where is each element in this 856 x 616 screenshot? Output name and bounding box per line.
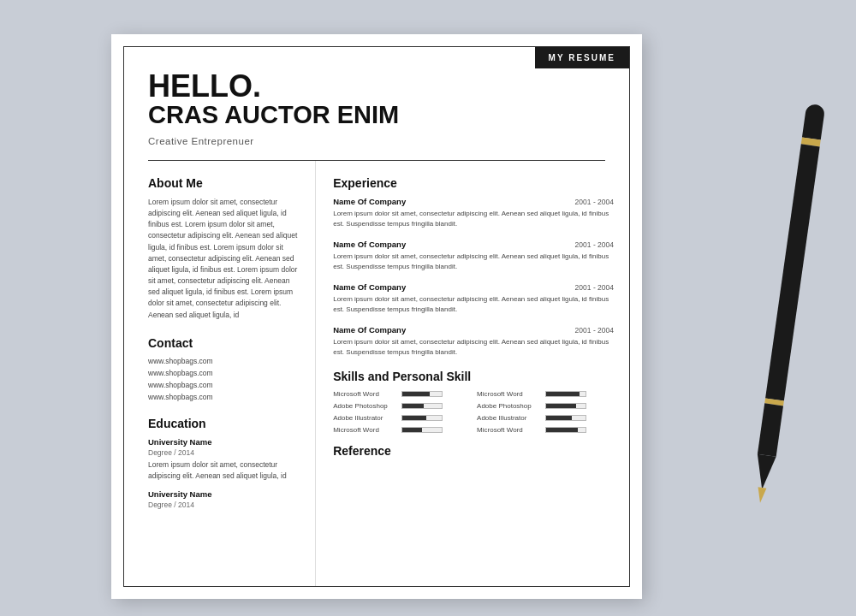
skills-section: Skills and Personal Skill Microsoft Word…: [333, 370, 614, 434]
exp-entry-0: Name Of Company 2001 - 2004 Lorem ipsum …: [333, 197, 614, 229]
skills-heading: Skills and Personal Skill: [333, 370, 614, 383]
full-name: CRAS AUCTOR ENIM: [148, 102, 526, 129]
contact-section: Contact www.shopbags.com www.shopbags.co…: [148, 336, 301, 401]
exp-header-1: Name Of Company 2001 - 2004: [333, 240, 614, 249]
skill-item-6: Microsoft Word: [333, 426, 470, 434]
skill-bar-fill-7: [546, 428, 578, 432]
hello-text: HELLO.: [148, 71, 526, 102]
job-title: Creative Entreprenuer: [148, 136, 526, 146]
skill-label-4: Adobe Illustrator: [333, 414, 397, 422]
exp-dates-1: 2001 - 2004: [575, 240, 614, 249]
education-section: Education University Name Degree / 2014 …: [148, 417, 301, 510]
edu-entry-1: University Name Degree / 2014: [148, 489, 301, 509]
contact-item: www.shopbags.com: [148, 357, 301, 365]
about-text: Lorem ipsum dolor sit amet, consectetur …: [148, 197, 301, 321]
skill-bar-fill-4: [402, 416, 426, 420]
about-section: About Me Lorem ipsum dolor sit amet, con…: [148, 176, 301, 321]
exp-company-3: Name Of Company: [333, 325, 406, 335]
exp-company-0: Name Of Company: [333, 197, 406, 206]
exp-desc-0: Lorem ipsum dolor sit amet, consectetur …: [333, 209, 614, 229]
reference-section: Reference: [333, 444, 614, 458]
contact-item: www.shopbags.com: [148, 393, 301, 401]
contact-item: www.shopbags.com: [148, 369, 301, 377]
skill-item-4: Adobe Illustrator: [333, 414, 470, 422]
exp-entry-1: Name Of Company 2001 - 2004 Lorem ipsum …: [333, 240, 614, 272]
skill-bar-7: [545, 427, 586, 433]
contact-heading: Contact: [148, 336, 301, 350]
exp-company-1: Name Of Company: [333, 240, 406, 249]
skill-item-7: Microsoft Word: [477, 426, 614, 434]
exp-entry-2: Name Of Company 2001 - 2004 Lorem ipsum …: [333, 282, 614, 315]
skill-bar-fill-2: [402, 404, 424, 408]
skill-bar-fill-1: [546, 392, 580, 396]
exp-header-0: Name Of Company 2001 - 2004: [333, 197, 614, 206]
my-resume-badge: MY RESUME: [535, 47, 629, 68]
pen-body: [765, 144, 820, 400]
experience-section: Experience Name Of Company 2001 - 2004 L…: [333, 176, 614, 358]
skill-item-2: Adobe Photoshop: [333, 402, 470, 410]
skill-bar-5: [545, 415, 586, 421]
skill-label-3: Adobe Photoshop: [477, 402, 541, 410]
pen-taper: [752, 454, 776, 491]
edu-entry-0: University Name Degree / 2014 Lorem ipsu…: [148, 437, 301, 482]
right-column: Experience Name Of Company 2001 - 2004 L…: [316, 161, 629, 587]
contact-item: www.shopbags.com: [148, 381, 301, 389]
exp-header-3: Name Of Company 2001 - 2004: [333, 325, 614, 335]
skill-bar-3: [545, 403, 586, 409]
pen-lower-body: [758, 403, 783, 456]
pen-decoration: [745, 68, 830, 548]
exp-dates-3: 2001 - 2004: [575, 326, 614, 335]
education-heading: Education: [148, 417, 301, 430]
scene: MY RESUME HELLO. CRAS AUCTOR ENIM Creati…: [0, 0, 856, 616]
skill-bar-fill-5: [546, 416, 572, 420]
pen: [750, 104, 826, 512]
skill-label-5: Adobe Illustrator: [477, 414, 541, 422]
edu-desc-0: Lorem ipsum dolor sit amet, consectetur …: [148, 459, 301, 482]
left-column: About Me Lorem ipsum dolor sit amet, con…: [124, 161, 316, 587]
skill-bar-fill-6: [402, 428, 422, 432]
edu-school-1: University Name: [148, 489, 301, 499]
exp-desc-1: Lorem ipsum dolor sit amet, consectetur …: [333, 252, 614, 272]
skill-item-5: Adobe Illustrator: [477, 414, 614, 422]
resume-inner: MY RESUME HELLO. CRAS AUCTOR ENIM Creati…: [123, 46, 630, 587]
skill-bar-6: [401, 427, 443, 433]
skills-grid: Microsoft Word Microsoft Word: [333, 390, 614, 434]
exp-dates-2: 2001 - 2004: [575, 283, 614, 292]
edu-school-0: University Name: [148, 437, 301, 447]
skill-bar-1: [545, 391, 586, 397]
skill-bar-2: [401, 403, 443, 409]
skill-label-2: Adobe Photoshop: [333, 402, 397, 410]
pen-tip: [756, 487, 766, 503]
exp-header-2: Name Of Company 2001 - 2004: [333, 282, 614, 292]
exp-company-2: Name Of Company: [333, 282, 406, 292]
skill-label-1: Microsoft Word: [477, 390, 541, 398]
skill-bar-fill-0: [402, 392, 430, 396]
skill-bar-fill-3: [546, 404, 576, 408]
pen-top-cap: [802, 104, 825, 140]
resume-columns: About Me Lorem ipsum dolor sit amet, con…: [124, 161, 629, 587]
skill-item-1: Microsoft Word: [477, 390, 614, 398]
edu-degree-0: Degree / 2014: [148, 448, 301, 457]
reference-heading: Reference: [333, 444, 614, 458]
skill-item-0: Microsoft Word: [333, 390, 470, 398]
skill-label-7: Microsoft Word: [477, 426, 541, 434]
skill-label-6: Microsoft Word: [333, 426, 397, 434]
exp-dates-0: 2001 - 2004: [575, 198, 614, 206]
exp-desc-3: Lorem ipsum dolor sit amet, consectetur …: [333, 337, 614, 358]
skill-bar-4: [401, 415, 443, 421]
exp-entry-3: Name Of Company 2001 - 2004 Lorem ipsum …: [333, 325, 614, 358]
resume-paper: MY RESUME HELLO. CRAS AUCTOR ENIM Creati…: [111, 34, 642, 599]
experience-heading: Experience: [333, 176, 614, 190]
edu-degree-1: Degree / 2014: [148, 500, 301, 509]
skill-label-0: Microsoft Word: [333, 390, 397, 398]
skill-item-3: Adobe Photoshop: [477, 402, 614, 410]
about-heading: About Me: [148, 176, 301, 190]
skill-bar-0: [401, 391, 443, 397]
exp-desc-2: Lorem ipsum dolor sit amet, consectetur …: [333, 294, 614, 315]
